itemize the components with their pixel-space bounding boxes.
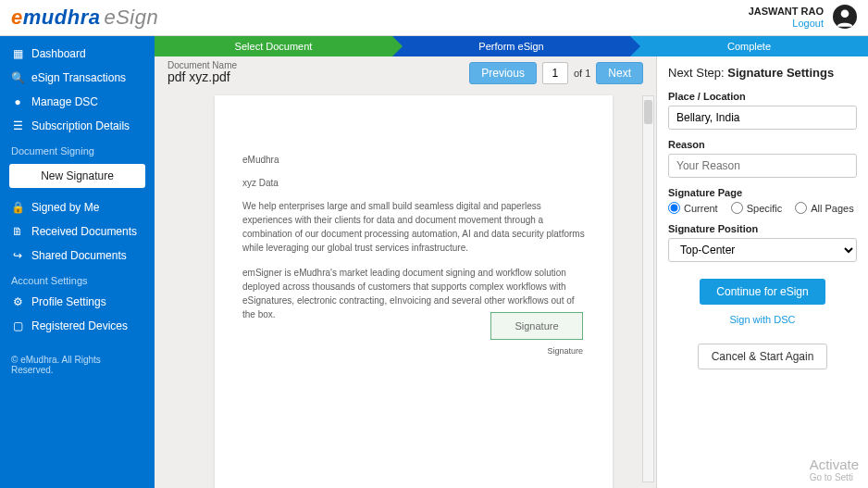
sidebar-item-received-documents[interactable]: 🗎Received Documents: [0, 219, 155, 244]
continue-for-esign-button[interactable]: Continue for eSign: [700, 279, 825, 305]
sidebar-item-shared-documents[interactable]: ↪Shared Documents: [0, 244, 155, 268]
sidebar-item-label: Registered Devices: [31, 319, 128, 332]
place-location-input[interactable]: [668, 106, 857, 130]
share-icon: ↪: [11, 249, 24, 262]
gear-icon: ⚙: [11, 295, 24, 308]
search-icon: 🔍: [11, 71, 24, 84]
settings-panel: Next Step: Signature Settings Place / Lo…: [657, 56, 868, 488]
circle-icon: ●: [11, 95, 24, 108]
place-location-label: Place / Location: [668, 91, 857, 102]
svg-point-1: [841, 9, 849, 18]
user-name: JASWANT RAO: [749, 6, 824, 17]
reason-input[interactable]: [668, 154, 857, 178]
sidebar-item-subscription-details[interactable]: ☰Subscription Details: [0, 114, 155, 138]
document-scroll-area[interactable]: eMudhra xyz Data We help enterprises lar…: [155, 90, 656, 488]
user-info: JASWANT RAO Logout: [749, 6, 824, 30]
page-total-text: of 1: [574, 68, 590, 79]
signature-caption: Signature: [547, 345, 583, 358]
sidebar-item-manage-dsc[interactable]: ●Manage DSC: [0, 90, 155, 114]
device-icon: ▢: [11, 319, 24, 332]
step-complete[interactable]: Complete: [630, 36, 868, 56]
sidebar-item-signed-by-me[interactable]: 🔒Signed by Me: [0, 195, 155, 219]
panel-title: Next Step: Signature Settings: [668, 66, 857, 80]
sidebar-item-label: Received Documents: [31, 225, 137, 238]
pager: Previous of 1 Next: [469, 62, 643, 84]
user-area: JASWANT RAO Logout: [749, 5, 857, 31]
app-header: emudhraeSign JASWANT RAO Logout: [0, 0, 868, 36]
sidebar-item-registered-devices[interactable]: ▢Registered Devices: [0, 314, 155, 338]
next-button[interactable]: Next: [596, 62, 643, 84]
doc-paragraph: We help enterprises large and small buil…: [242, 199, 585, 255]
logout-link[interactable]: Logout: [792, 18, 824, 29]
scrollbar-thumb[interactable]: [644, 100, 652, 124]
sidebar-item-label: Signed by Me: [31, 201, 99, 214]
sidebar-item-label: Subscription Details: [31, 119, 130, 132]
doc-heading-1: eMudhra: [242, 153, 585, 167]
radio-all-pages-input[interactable]: [795, 202, 807, 214]
step-select-document[interactable]: Select Document: [155, 36, 392, 56]
signature-page-radios: Current Specific All Pages: [668, 202, 857, 214]
sidebar: ▦Dashboard 🔍eSign Transactions ●Manage D…: [0, 36, 155, 488]
signature-placeholder[interactable]: Signature: [490, 312, 583, 340]
signature-page-label: Signature Page: [668, 187, 857, 198]
radio-specific[interactable]: Specific: [731, 202, 783, 214]
cancel-start-again-button[interactable]: Cancel & Start Again: [698, 344, 828, 369]
document-area: Document Name pdf xyz.pdf Previous of 1 …: [155, 56, 657, 488]
main-area: Select Document Perform eSign Complete D…: [155, 36, 868, 488]
logo: emudhraeSign: [11, 6, 158, 30]
sidebar-item-profile-settings[interactable]: ⚙Profile Settings: [0, 290, 155, 314]
lock-icon: 🔒: [11, 201, 24, 214]
document-name: pdf xyz.pdf: [167, 70, 237, 84]
sidebar-item-label: Shared Documents: [31, 249, 127, 262]
sidebar-item-dashboard[interactable]: ▦Dashboard: [0, 42, 155, 66]
logo-part-mudhra: mudhra: [23, 6, 101, 29]
step-bar: Select Document Perform eSign Complete: [155, 36, 868, 56]
list-icon: ☰: [11, 119, 24, 132]
sidebar-item-label: Profile Settings: [31, 295, 106, 308]
avatar-icon[interactable]: [833, 5, 857, 31]
logo-part-esign: eSign: [104, 6, 158, 29]
copyright: © eMudhra. All Rights Reserved.: [0, 338, 155, 392]
section-document-signing: Document Signing: [0, 138, 155, 160]
document-toolbar: Document Name pdf xyz.pdf Previous of 1 …: [155, 56, 656, 90]
logo-part-e: e: [11, 6, 23, 29]
document-icon: 🗎: [11, 225, 24, 238]
sidebar-item-esign-transactions[interactable]: 🔍eSign Transactions: [0, 66, 155, 90]
section-account-settings: Account Settings: [0, 268, 155, 290]
reason-label: Reason: [668, 139, 857, 150]
previous-button[interactable]: Previous: [469, 62, 537, 84]
signature-position-select[interactable]: Top-Center: [668, 238, 857, 262]
sidebar-item-label: Manage DSC: [31, 95, 98, 108]
page-number-input[interactable]: [542, 62, 568, 84]
scrollbar[interactable]: [642, 95, 654, 482]
radio-current-input[interactable]: [668, 202, 680, 214]
radio-current[interactable]: Current: [668, 202, 718, 214]
radio-specific-input[interactable]: [731, 202, 743, 214]
signature-position-label: Signature Position: [668, 223, 857, 234]
doc-heading-2: xyz Data: [242, 176, 585, 190]
document-page: eMudhra xyz Data We help enterprises lar…: [215, 95, 613, 488]
new-signature-button[interactable]: New Signature: [9, 164, 145, 188]
sign-with-dsc-link[interactable]: Sign with DSC: [668, 314, 857, 325]
step-perform-esign[interactable]: Perform eSign: [392, 36, 630, 56]
radio-all-pages[interactable]: All Pages: [795, 202, 853, 214]
dashboard-icon: ▦: [11, 47, 24, 60]
sidebar-item-label: Dashboard: [31, 47, 86, 60]
sidebar-item-label: eSign Transactions: [31, 71, 126, 84]
